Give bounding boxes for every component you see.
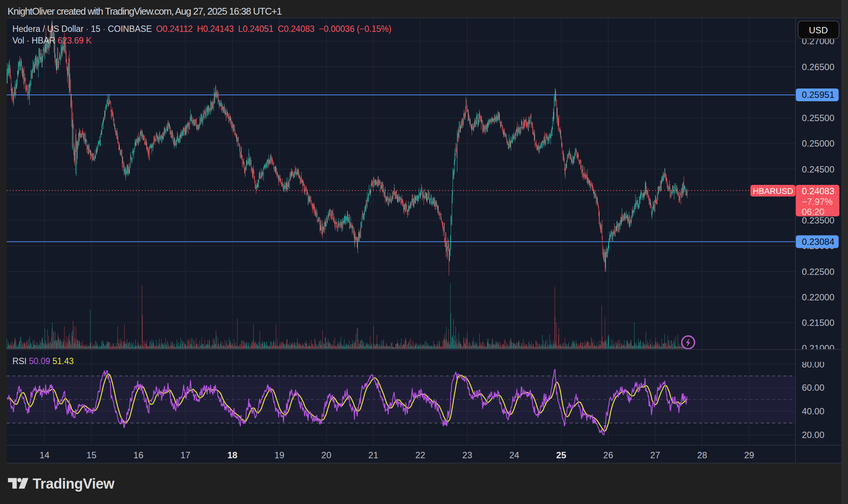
svg-text:0.24500: 0.24500 — [802, 164, 834, 174]
svg-text:0.21500: 0.21500 — [802, 318, 834, 328]
svg-text:0.22000: 0.22000 — [802, 292, 834, 302]
svg-text:RSI 50.09 51.43: RSI 50.09 51.43 — [12, 356, 74, 366]
svg-text:14: 14 — [39, 450, 50, 460]
svg-text:06:20: 06:20 — [802, 207, 824, 217]
svg-text:26: 26 — [603, 450, 613, 460]
svg-text:0.26500: 0.26500 — [802, 62, 834, 72]
svg-text:25: 25 — [556, 450, 566, 460]
svg-text:21: 21 — [368, 450, 379, 460]
svg-text:27: 27 — [650, 450, 660, 460]
svg-text:16: 16 — [134, 450, 144, 460]
svg-text:0.23084: 0.23084 — [802, 237, 834, 247]
svg-text:15: 15 — [86, 450, 96, 460]
svg-text:18: 18 — [227, 450, 238, 460]
svg-text:TradingView: TradingView — [33, 476, 115, 492]
svg-text:0.25000: 0.25000 — [802, 138, 834, 148]
svg-text:HBARUSD: HBARUSD — [753, 186, 793, 196]
svg-text:KnightOliver created with Trad: KnightOliver created with TradingView.co… — [8, 6, 282, 17]
svg-text:0.22500: 0.22500 — [802, 267, 834, 277]
svg-text:−7.97%: −7.97% — [802, 196, 833, 207]
svg-text:19: 19 — [274, 450, 284, 460]
svg-text:0.25500: 0.25500 — [802, 113, 834, 123]
svg-text:20.00: 20.00 — [802, 430, 824, 440]
svg-text:23: 23 — [462, 450, 472, 460]
svg-text:0.24083: 0.24083 — [802, 186, 834, 196]
svg-text:0.23500: 0.23500 — [802, 215, 834, 225]
svg-text:17: 17 — [180, 450, 191, 460]
svg-text:22: 22 — [415, 450, 426, 460]
svg-text:20: 20 — [321, 450, 331, 460]
svg-text:Vol · HBAR 623.69 K: Vol · HBAR 623.69 K — [12, 36, 92, 45]
svg-text:0.25951: 0.25951 — [802, 90, 834, 100]
svg-text:60.00: 60.00 — [802, 382, 824, 393]
svg-text:USD: USD — [809, 25, 828, 35]
svg-text:40.00: 40.00 — [802, 406, 824, 416]
svg-text:28: 28 — [697, 450, 707, 460]
svg-text:Hedera / US Dollar · 15 · COIN: Hedera / US Dollar · 15 · COINBASE O0.24… — [12, 24, 391, 34]
svg-text:24: 24 — [509, 450, 519, 460]
svg-text:29: 29 — [744, 450, 754, 460]
